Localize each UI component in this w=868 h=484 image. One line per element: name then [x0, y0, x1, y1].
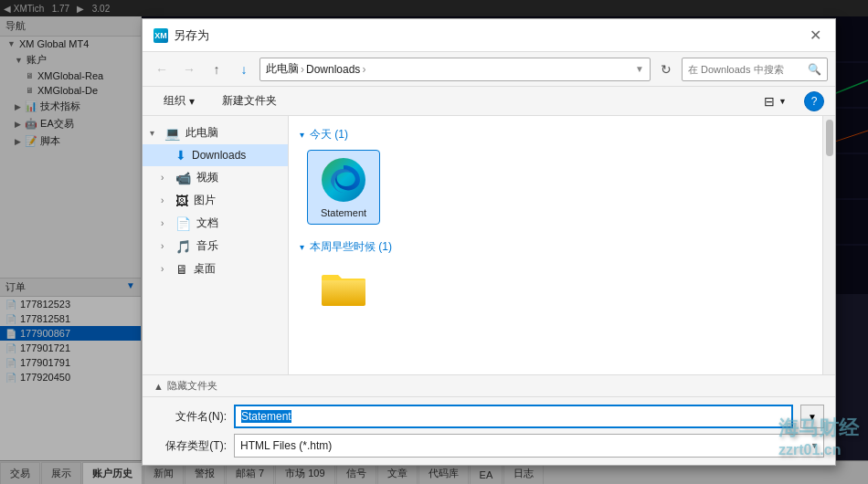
search-box[interactable]: 🔍 — [682, 58, 828, 81]
file-item-statement[interactable]: Statement — [307, 150, 380, 225]
filename-row: 文件名(N): ▼ — [153, 405, 824, 428]
edge-app-icon — [320, 156, 367, 204]
dialog-title-icon: XM — [153, 28, 168, 43]
search-icon: 🔍 — [808, 63, 821, 76]
section-this-week[interactable]: ▾ 本周早些时候 (1) — [300, 239, 811, 255]
refresh-button[interactable]: ↻ — [654, 58, 678, 81]
sidebar-label: Downloads — [192, 149, 246, 162]
file-label: Statement — [321, 207, 366, 218]
organize-button[interactable]: 组织 ▾ — [153, 90, 205, 112]
sidebar-item-documents[interactable]: › 📄 文档 — [143, 212, 288, 235]
expand-icon: › — [161, 264, 170, 274]
expand-icon — [161, 151, 170, 161]
sidebar-item-music[interactable]: › 🎵 音乐 — [143, 235, 288, 258]
up-button[interactable]: ↑ — [205, 58, 228, 81]
view-button[interactable]: ⊟ ▼ — [754, 90, 797, 112]
sidebar-item-computer[interactable]: ▾ 💻 此电脑 — [143, 121, 288, 144]
download-button[interactable]: ↓ — [232, 58, 256, 81]
dialog-toolbar2: 组织 ▾ 新建文件夹 ⊟ ▼ ? — [143, 87, 835, 116]
expand-icon: › — [161, 195, 170, 205]
sidebar-label: 视频 — [196, 170, 218, 185]
chevron-icon: ▾ — [300, 130, 304, 140]
desktop-icon: 🖥 — [175, 262, 188, 277]
help-button[interactable]: ? — [804, 91, 824, 111]
expand-icon: ▾ — [150, 128, 159, 138]
filetype-wrapper: HTML Files (*.htm) All Files (*.*) — [234, 434, 824, 458]
dialog-titlebar: XM 另存为 ✕ — [143, 19, 835, 52]
view-dropdown-arrow: ▼ — [778, 97, 787, 106]
dialog-content: ▾ 💻 此电脑 ⬇ Downloads › 📹 视频 › 🖼 图片 › — [143, 116, 835, 374]
folder-icon — [320, 268, 367, 308]
filetype-row: 保存类型(T): HTML Files (*.htm) All Files (*… — [153, 434, 824, 458]
filetype-select[interactable]: HTML Files (*.htm) All Files (*.*) — [234, 434, 824, 458]
filename-label: 文件名(N): — [153, 409, 227, 425]
dialog-close-button[interactable]: ✕ — [802, 23, 828, 48]
expand-icon: › — [161, 173, 170, 183]
new-folder-label: 新建文件夹 — [222, 93, 277, 109]
section-label: 今天 (1) — [310, 127, 348, 142]
footer-label: 隐藏文件夹 — [167, 379, 217, 393]
sidebar-item-pictures[interactable]: › 🖼 图片 — [143, 189, 288, 212]
view-icon: ⊟ — [764, 94, 775, 109]
dialog-bottom-area: 文件名(N): ▼ 保存类型(T): HTML Files (*.htm) Al… — [143, 396, 835, 465]
sidebar-label: 桌面 — [194, 261, 216, 277]
expand-icon: › — [161, 241, 170, 251]
forward-button[interactable]: → — [177, 58, 201, 81]
expand-icon: › — [161, 218, 170, 228]
breadcrumb-part1: 此电脑 — [266, 61, 299, 77]
search-input[interactable] — [688, 64, 806, 75]
scrollbar[interactable] — [822, 116, 835, 374]
back-button[interactable]: ← — [150, 58, 174, 81]
sidebar-item-desktop[interactable]: › 🖥 桌面 — [143, 258, 288, 280]
dialog-left-sidebar: ▾ 💻 此电脑 ⬇ Downloads › 📹 视频 › 🖼 图片 › — [143, 116, 289, 374]
organize-arrow: ▾ — [189, 95, 195, 108]
file-grid-week — [307, 262, 811, 317]
sidebar-label: 文档 — [196, 216, 218, 231]
sidebar-label: 此电脑 — [185, 125, 218, 141]
music-icon: 🎵 — [175, 239, 191, 254]
new-folder-button[interactable]: 新建文件夹 — [212, 90, 287, 112]
downloads-icon: ⬇ — [175, 148, 186, 163]
filename-input[interactable] — [234, 405, 793, 428]
section-label: 本周早些时候 (1) — [310, 239, 392, 255]
organize-label: 组织 — [164, 93, 185, 109]
breadcrumb-separator: › — [301, 63, 304, 76]
dialog-footer-hidden[interactable]: ▲ 隐藏文件夹 — [143, 374, 835, 396]
sidebar-item-downloads[interactable]: ⬇ Downloads — [143, 144, 288, 166]
pictures-icon: 🖼 — [175, 194, 188, 208]
breadcrumb-bar[interactable]: 此电脑 › Downloads › ▼ — [259, 58, 651, 81]
dialog-title-left: XM 另存为 — [153, 27, 209, 44]
section-today[interactable]: ▾ 今天 (1) — [300, 127, 811, 142]
chevron-icon: ▾ — [300, 242, 304, 252]
filetype-label: 保存类型(T): — [153, 438, 227, 454]
footer-arrow-icon: ▲ — [153, 381, 164, 392]
computer-icon: 💻 — [164, 126, 180, 141]
dialog-toolbar: ← → ↑ ↓ 此电脑 › Downloads › ▼ ↻ 🔍 — [143, 52, 835, 87]
sidebar-item-videos[interactable]: › 📹 视频 — [143, 166, 288, 189]
file-item-folder[interactable] — [307, 262, 380, 317]
help-icon: ? — [811, 95, 818, 108]
breadcrumb-part2: Downloads — [306, 63, 360, 76]
scrollbar-thumb[interactable] — [826, 120, 833, 156]
sidebar-label: 图片 — [194, 193, 216, 208]
file-grid-today: Statement — [307, 150, 811, 225]
filename-dropdown[interactable]: ▼ — [800, 405, 824, 428]
svg-rect-7 — [322, 279, 365, 306]
dialog-title-text: 另存为 — [174, 27, 209, 44]
documents-icon: 📄 — [175, 216, 191, 231]
breadcrumb-dropdown-icon[interactable]: ▼ — [635, 64, 644, 74]
dialog-file-area[interactable]: ▾ 今天 (1) — [289, 116, 822, 374]
save-as-dialog: XM 另存为 ✕ ← → ↑ ↓ 此电脑 › Downloads › ▼ ↻ 🔍… — [142, 18, 836, 466]
breadcrumb-separator2: › — [362, 63, 365, 76]
sidebar-label: 音乐 — [196, 238, 218, 254]
video-icon: 📹 — [175, 171, 191, 185]
